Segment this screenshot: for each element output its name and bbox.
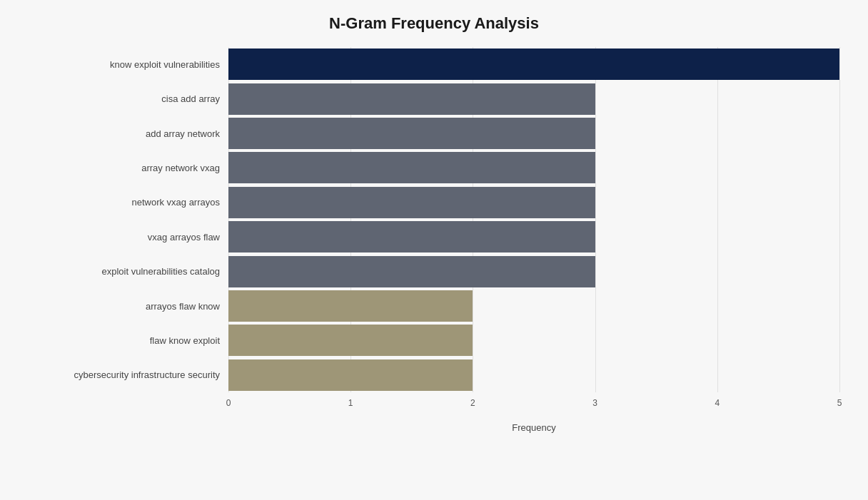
grid-line (595, 358, 596, 392)
grid-line (595, 150, 596, 185)
grid-line (595, 220, 596, 254)
bar-label: cisa add array (29, 93, 228, 104)
grid-line (717, 185, 718, 220)
bar-label: add array network (29, 128, 228, 139)
x-axis: 012345 (29, 398, 839, 419)
grid-line (595, 116, 596, 150)
grid-line (717, 358, 718, 392)
bar-track (228, 116, 839, 150)
bar-label: cybersecurity infrastructure security (29, 369, 228, 380)
bar (228, 290, 473, 322)
bar-track (228, 358, 839, 392)
x-tick: 4 (715, 398, 720, 408)
grid-line (473, 323, 473, 357)
grid-line (839, 323, 840, 357)
bar-row: add array network (29, 116, 839, 150)
x-tick: 2 (470, 398, 475, 408)
bar-track (228, 289, 839, 323)
chart-area: know exploit vulnerabilitiescisa add arr… (29, 47, 839, 433)
bar-label: network vxag arrayos (29, 197, 228, 208)
grid-line (595, 289, 596, 323)
bar-row: network vxag arrayos (29, 185, 839, 220)
bar-row: cybersecurity infrastructure security (29, 358, 839, 392)
grid-line (839, 358, 840, 392)
grid-line (717, 150, 718, 185)
x-tick: 1 (348, 398, 353, 408)
x-tick: 3 (592, 398, 597, 408)
grid-line (717, 289, 718, 323)
grid-line (839, 116, 840, 150)
grid-line (839, 289, 840, 323)
bar (228, 152, 595, 183)
x-axis-label: Frequency (29, 422, 839, 433)
bar (228, 221, 595, 252)
bar-row: exploit vulnerabilities catalog (29, 254, 839, 288)
chart-container: N-Gram Frequency Analysis know exploit v… (0, 0, 868, 500)
bar-row: array network vxag (29, 150, 839, 185)
bar-track (228, 220, 839, 254)
bar (228, 118, 595, 149)
grid-line (595, 185, 596, 220)
bar (228, 187, 595, 218)
bar-label: know exploit vulnerabilities (29, 59, 228, 70)
bars-section: know exploit vulnerabilitiescisa add arr… (29, 47, 839, 392)
grid-line (839, 220, 840, 254)
grid-line (717, 254, 718, 288)
bar-label: array network vxag (29, 163, 228, 173)
x-tick: 5 (837, 398, 842, 408)
grid-line (839, 81, 840, 116)
grid-line (839, 185, 840, 220)
bar-label: arrayos flaw know (29, 301, 228, 312)
bar-track (228, 150, 839, 185)
bar-row: cisa add array (29, 81, 839, 116)
grid-line (839, 254, 840, 288)
grid-line (595, 81, 596, 116)
x-tick: 0 (226, 398, 231, 408)
grid-line (717, 116, 718, 150)
grid-line (473, 289, 473, 323)
bar-label: flaw know exploit (29, 335, 228, 346)
grid-line (839, 150, 840, 185)
bar (228, 83, 595, 115)
bar-track (228, 185, 839, 220)
bar-row: know exploit vulnerabilities (29, 47, 839, 81)
bar-track (228, 47, 839, 81)
grid-line (595, 323, 596, 357)
bar (228, 359, 473, 391)
bar-row: flaw know exploit (29, 323, 839, 357)
bar-track (228, 323, 839, 357)
chart-title: N-Gram Frequency Analysis (29, 14, 839, 33)
bar-track (228, 254, 839, 288)
bar-row: arrayos flaw know (29, 289, 839, 323)
bar (228, 49, 839, 80)
bar-track (228, 81, 839, 116)
grid-line (473, 358, 473, 392)
grid-line (717, 220, 718, 254)
grid-line (717, 81, 718, 116)
grid-line (839, 47, 840, 81)
grid-line (595, 254, 596, 288)
bar-row: vxag arrayos flaw (29, 220, 839, 254)
grid-line (717, 323, 718, 357)
bar (228, 256, 595, 287)
bar-label: exploit vulnerabilities catalog (29, 266, 228, 277)
bar-label: vxag arrayos flaw (29, 232, 228, 243)
bar (228, 325, 473, 356)
